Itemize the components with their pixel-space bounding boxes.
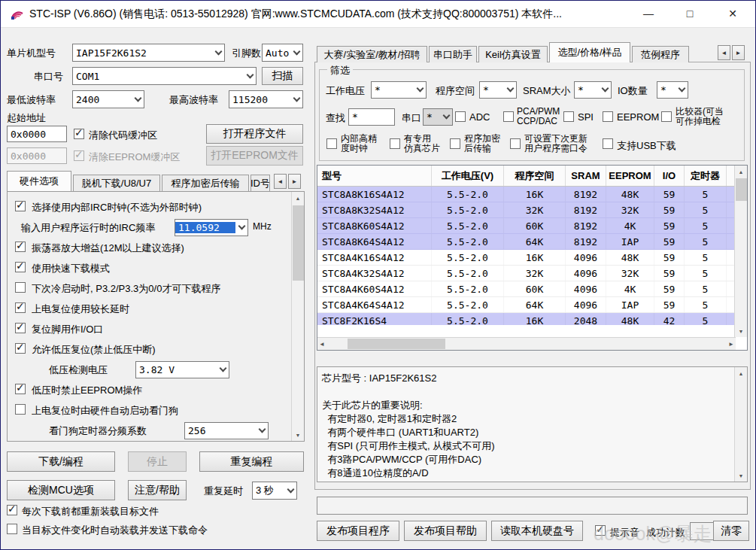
table-row[interactable]: STC8A8K16S4A125.5-2.016K819248K595 (317, 187, 734, 202)
repeat-delay-combo[interactable]: 3 秒 (252, 482, 297, 500)
filter2-checkbox-3[interactable] (603, 111, 613, 122)
column-header-1[interactable]: 工作电压(V) (432, 166, 504, 186)
filter2-checkbox-2[interactable] (563, 111, 574, 122)
option-checkbox-0[interactable] (15, 201, 26, 211)
chevron-down-icon[interactable] (290, 44, 302, 61)
clear-code-checkbox[interactable] (74, 129, 84, 139)
footer-checkbox-0[interactable] (7, 505, 17, 515)
filter3-checkbox-3[interactable] (510, 138, 521, 149)
right-tab-4[interactable]: 范例程序 (632, 46, 689, 62)
table-row[interactable]: STC8A8K64S4A125.5-2.064K8192IAP595 (317, 234, 734, 250)
table-row[interactable]: STC8A4K64S4A125.5-2.064K4096IAP595 (317, 297, 734, 313)
chevron-down-icon[interactable] (599, 82, 611, 98)
filter3-checkbox-4[interactable] (603, 138, 613, 149)
read-disk-button[interactable]: 读取本机硬盘号 (491, 521, 583, 541)
scroll-left-icon[interactable]: ◄ (319, 341, 325, 348)
scan-button[interactable]: 扫描 (262, 67, 303, 85)
table-hscrollbar[interactable]: ◄ ► (317, 337, 736, 350)
filter2-checkbox-1[interactable] (503, 111, 514, 122)
download-button[interactable]: 下载/编程 (7, 451, 115, 472)
column-header-4[interactable]: EEPROM (606, 166, 654, 186)
right-tab-1[interactable]: 串口助手 (429, 46, 477, 62)
table-row[interactable]: STC8A8K60S4A125.5-2.060K81924K595 (317, 218, 734, 234)
column-header-2[interactable]: 程序空间 (504, 166, 566, 186)
option-checkbox-5[interactable] (15, 302, 26, 313)
option-checkbox-7[interactable] (15, 343, 26, 354)
chevron-down-icon[interactable] (440, 109, 452, 125)
option-checkbox-10[interactable] (15, 404, 26, 415)
publish-help-button[interactable]: 发布项目帮助 (404, 521, 487, 541)
check-mcu-button[interactable]: 检测MCU选项 (7, 480, 115, 500)
publish-program-button[interactable]: 发布项目程序 (317, 521, 399, 541)
option-checkbox-9[interactable] (15, 384, 26, 394)
option-combo-8[interactable]: 3.82 V (135, 361, 229, 378)
right-tabs-scroll-left-icon[interactable]: ◄ (718, 45, 730, 60)
chevron-down-icon[interactable] (235, 220, 247, 235)
scroll-down-icon[interactable]: ▼ (292, 429, 304, 441)
left-tab-0[interactable]: 硬件选项 (7, 171, 71, 191)
left-tabs-scroll-right-icon[interactable]: ► (288, 174, 301, 189)
chevron-down-icon[interactable] (212, 44, 224, 61)
filter2-checkbox-0[interactable] (455, 111, 466, 122)
option-checkbox-2[interactable] (15, 242, 26, 252)
chevron-down-icon[interactable] (132, 91, 144, 108)
close-button[interactable]: ✕ (715, 1, 750, 26)
scrollbar-thumb[interactable] (348, 339, 445, 349)
scroll-up-icon[interactable]: ▲ (735, 166, 747, 178)
right-tab-3[interactable]: 选型/价格/样品 (549, 42, 630, 62)
chevron-down-icon[interactable] (414, 82, 426, 98)
option-checkbox-4[interactable] (15, 282, 26, 293)
help-button[interactable]: 注意/帮助 (128, 480, 187, 500)
filter-combo-1[interactable]: * (479, 81, 517, 99)
option-combo-11[interactable]: 256 (184, 422, 269, 439)
open-program-button[interactable]: 打开程序文件 (206, 124, 303, 144)
filter-serial-combo[interactable]: * (423, 108, 453, 126)
right-tab-0[interactable]: 大赛/实验室/教材/招聘 (317, 46, 427, 62)
footer-checkbox-1[interactable] (7, 524, 17, 534)
table-row[interactable]: STC8A4K60S4A125.5-2.060K40964K595 (317, 281, 734, 297)
baud-min-combo[interactable]: 2400 (72, 90, 144, 108)
chevron-down-icon[interactable] (676, 82, 688, 98)
filter-combo-3[interactable]: * (657, 81, 688, 99)
filter3-checkbox-1[interactable] (390, 138, 400, 149)
beep-checkbox[interactable] (595, 525, 606, 536)
scroll-down-icon[interactable]: ▼ (735, 325, 747, 337)
minimize-button[interactable]: — (631, 1, 666, 26)
pins-combo[interactable]: Auto (262, 44, 303, 62)
scrollbar-thumb[interactable] (736, 178, 747, 201)
filter3-checkbox-0[interactable] (326, 138, 337, 149)
filter3-checkbox-2[interactable] (450, 138, 460, 149)
chevron-down-icon[interactable] (290, 91, 302, 108)
serial-combo[interactable]: COM1 (72, 67, 257, 85)
table-row[interactable]: STC8A8K32S4A125.5-2.032K819232K595 (317, 202, 734, 218)
code-addr-input[interactable] (7, 126, 67, 142)
scroll-up-icon[interactable]: ▲ (735, 367, 747, 379)
chevron-down-icon[interactable] (244, 68, 256, 84)
mcu-combo[interactable]: IAP15F2K61S2 (72, 44, 225, 62)
filter-combo-2[interactable]: * (574, 81, 612, 99)
baud-max-combo[interactable]: 115200 (229, 90, 303, 108)
scrollbar-thumb[interactable] (293, 205, 304, 281)
table-row[interactable]: STC8A4K16S4A125.5-2.016K409648K595 (317, 250, 734, 266)
left-tabs-scroll-left-icon[interactable]: ◄ (274, 174, 287, 189)
left-tab-3[interactable]: ID号 (250, 175, 270, 191)
chevron-down-icon[interactable] (504, 82, 516, 98)
maximize-button[interactable]: □ (673, 1, 707, 26)
table-row[interactable]: STC8A4K32S4A125.5-2.032K409632K595 (317, 266, 734, 281)
column-header-0[interactable]: 型号 (317, 166, 432, 186)
chevron-down-icon[interactable] (217, 362, 229, 378)
filter2-checkbox-4[interactable] (661, 111, 672, 122)
column-header-5[interactable]: I/O (654, 166, 685, 186)
table-row[interactable]: STC8F2K16S45.5-2.016K204848K425 (317, 313, 734, 325)
left-tab-1[interactable]: 脱机下载/U8/U7 (73, 175, 160, 191)
filter-combo-0[interactable]: * (371, 81, 427, 99)
option-checkbox-6[interactable] (15, 323, 26, 333)
column-header-3[interactable]: SRAM (566, 166, 606, 186)
right-tab-2[interactable]: Keil仿真设置 (478, 46, 548, 62)
clear-count-button[interactable]: 清零 (713, 521, 749, 541)
right-tabs-scroll-right-icon[interactable]: ► (732, 45, 745, 60)
find-input[interactable] (348, 108, 395, 126)
scroll-right-icon[interactable]: ► (728, 341, 734, 348)
chevron-down-icon[interactable] (256, 423, 268, 439)
table-vscrollbar[interactable]: ▲ ▼ (734, 166, 747, 337)
